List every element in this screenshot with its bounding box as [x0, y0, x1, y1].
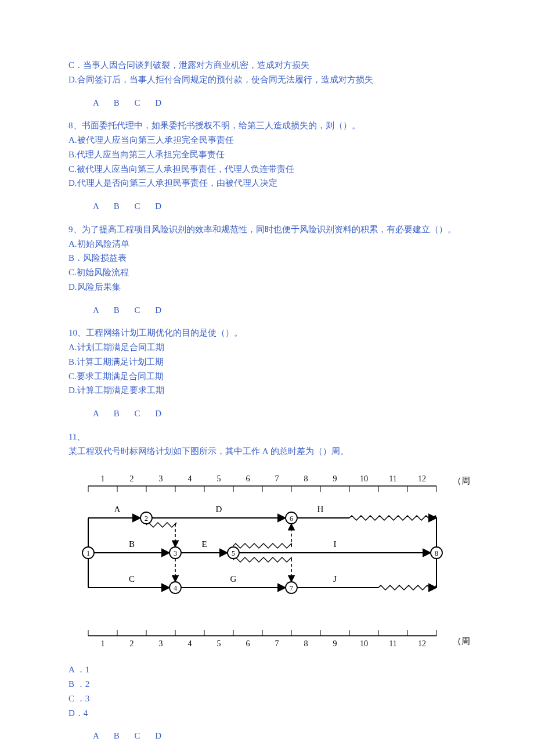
svg-text:（周）: （周） — [453, 636, 471, 646]
svg-text:7: 7 — [290, 584, 293, 592]
svg-text:12: 12 — [418, 639, 426, 648]
svg-text:E: E — [201, 539, 207, 549]
svg-text:（周）: （周） — [453, 476, 471, 485]
q10-stem: 10、工程网络计划工期优化的目的是使（）。 — [68, 326, 466, 340]
svg-text:1: 1 — [86, 549, 90, 557]
svg-text:6: 6 — [246, 639, 250, 648]
svg-text:9: 9 — [333, 639, 337, 648]
q11-stem-num: 11、 — [68, 430, 466, 444]
svg-text:2: 2 — [130, 639, 134, 648]
question-10: 10、工程网络计划工期优化的目的是使（）。 A.计划工期满足合同工期 B.计算工… — [68, 326, 466, 421]
q7-option-d: D.合同签订后，当事人拒付合同规定的预付款，使合同无法履行，造成对方损失 — [68, 73, 466, 87]
svg-text:5: 5 — [217, 474, 221, 483]
q7-answer-choices[interactable]: A B C D — [68, 96, 466, 110]
q11-option-b: B ．2 — [68, 677, 466, 692]
svg-text:6: 6 — [246, 474, 250, 483]
svg-text:8: 8 — [304, 639, 308, 648]
q11-stem-body: 某工程双代号时标网络计划如下图所示，其中工作 A 的总时差为（）周。 — [68, 444, 466, 459]
question-8: 8、书面委托代理中，如果委托书授权不明，给第三人造成损失的，则（）。 A.被代理… — [68, 118, 466, 214]
svg-text:2: 2 — [130, 474, 134, 483]
q10-option-a: A.计划工期满足合同工期 — [68, 340, 466, 355]
q8-option-d: D.代理人是否向第三人承担民事责任，由被代理人决定 — [68, 176, 466, 190]
svg-text:7: 7 — [275, 639, 279, 648]
q11-option-d: D．4 — [68, 706, 466, 721]
svg-text:J: J — [333, 574, 337, 584]
q9-option-b: B．风险损益表 — [68, 251, 466, 265]
q10-option-c: C.要求工期满足合同工期 — [68, 369, 466, 384]
svg-text:4: 4 — [188, 474, 192, 483]
q8-stem: 8、书面委托代理中，如果委托书授权不明，给第三人造成损失的，则（）。 — [68, 118, 466, 133]
svg-text:D: D — [216, 505, 222, 514]
svg-text:1: 1 — [101, 639, 105, 648]
q11-option-a: A ．1 — [68, 663, 466, 677]
q10-option-b: B.计算工期满足计划工期 — [68, 355, 466, 369]
q7-option-c: C．当事人因合同谈判破裂，泄露对方商业机密，造成对方损失 — [68, 58, 466, 73]
q9-option-c: C.初始风险流程 — [68, 265, 466, 280]
q10-option-d: D.计算工期满足要求工期 — [68, 383, 466, 398]
svg-text:B: B — [129, 539, 135, 549]
svg-text:5: 5 — [217, 639, 221, 648]
svg-text:H: H — [317, 505, 324, 514]
svg-text:A: A — [114, 505, 121, 514]
q11-option-c: C ．3 — [68, 692, 466, 706]
svg-text:3: 3 — [174, 549, 177, 557]
q9-answer-choices[interactable]: A B C D — [68, 303, 466, 318]
svg-text:G: G — [230, 574, 237, 584]
q9-stem: 9、为了提高工程项目风险识别的效率和规范性，同时也便于风险识别资料的积累，有必要… — [68, 222, 466, 237]
svg-text:4: 4 — [188, 639, 192, 648]
q9-option-a: A.初始风险清单 — [68, 237, 466, 251]
svg-text:9: 9 — [333, 474, 337, 483]
svg-text:1: 1 — [101, 474, 105, 483]
question-11: 11、 某工程双代号时标网络计划如下图所示，其中工作 A 的总时差为（）周。 1… — [68, 430, 466, 743]
network-diagram: 123456789101112（周）123456789101112（周）ADHB… — [65, 469, 471, 654]
q8-option-a: A.被代理人应当向第三人承担完全民事责任 — [68, 133, 466, 147]
svg-text:3: 3 — [159, 474, 163, 483]
svg-text:3: 3 — [159, 639, 163, 648]
svg-text:2: 2 — [145, 514, 148, 523]
svg-text:C: C — [129, 574, 135, 584]
svg-text:12: 12 — [418, 474, 426, 483]
svg-text:5: 5 — [232, 549, 235, 557]
svg-text:8: 8 — [304, 474, 308, 483]
q8-answer-choices[interactable]: A B C D — [68, 199, 466, 214]
svg-text:10: 10 — [360, 474, 368, 483]
svg-text:6: 6 — [290, 514, 293, 523]
svg-text:10: 10 — [360, 639, 368, 648]
q10-answer-choices[interactable]: A B C D — [68, 406, 466, 421]
svg-text:11: 11 — [389, 639, 396, 648]
svg-text:7: 7 — [275, 474, 279, 483]
exam-page: C．当事人因合同谈判破裂，泄露对方商业机密，造成对方损失 D.合同签订后，当事人… — [0, 0, 534, 756]
q8-option-b: B.代理人应当向第三人承担完全民事责任 — [68, 147, 466, 162]
svg-text:11: 11 — [389, 474, 396, 483]
svg-text:I: I — [334, 539, 337, 549]
svg-text:4: 4 — [174, 584, 177, 592]
q8-option-c: C.被代理人应当向第三人承担民事责任，代理人负连带责任 — [68, 162, 466, 177]
q11-answer-choices[interactable]: A B C D — [68, 729, 466, 743]
svg-text:8: 8 — [435, 549, 438, 557]
question-9: 9、为了提高工程项目风险识别的效率和规范性，同时也便于风险识别资料的积累，有必要… — [68, 222, 466, 318]
q9-option-d: D.风险后果集 — [68, 280, 466, 294]
